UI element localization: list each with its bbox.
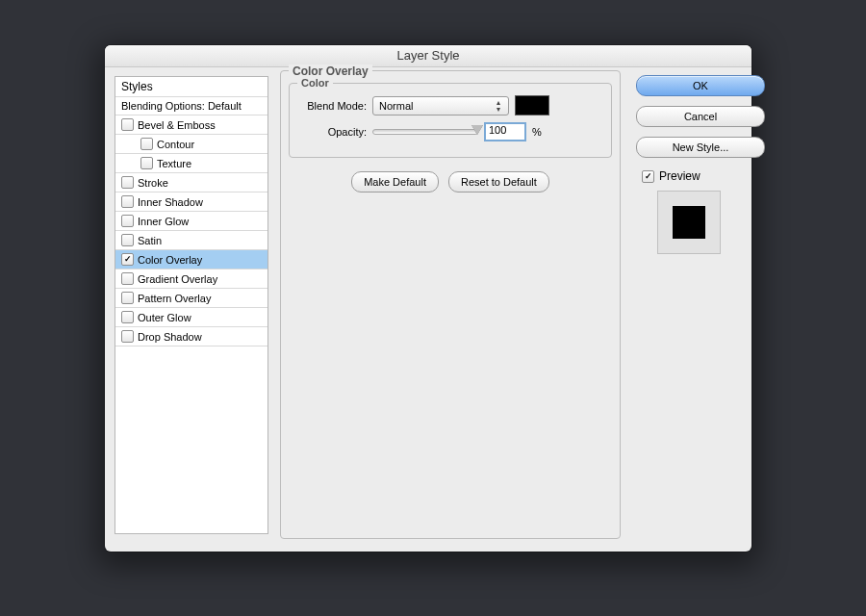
style-label: Color Overlay: [138, 254, 202, 266]
style-label: Bevel & Emboss: [138, 119, 216, 131]
options-panel-title: Color Overlay: [289, 64, 372, 78]
style-row-pattern-overlay[interactable]: Pattern Overlay: [115, 289, 267, 308]
reset-default-button[interactable]: Reset to Default: [448, 171, 549, 192]
overlay-color-swatch[interactable]: [515, 95, 549, 116]
style-row-texture[interactable]: Texture: [115, 154, 267, 173]
make-default-button[interactable]: Make Default: [351, 171, 439, 192]
style-checkbox[interactable]: [140, 157, 153, 169]
style-checkbox[interactable]: [121, 311, 134, 323]
blend-mode-select[interactable]: Normal ▴▾: [372, 96, 509, 116]
blend-mode-value: Normal: [379, 100, 413, 112]
layer-style-dialog: Layer Style Styles Blending Options: Def…: [105, 45, 751, 552]
styles-header[interactable]: Styles: [115, 77, 267, 97]
style-checkbox[interactable]: [140, 138, 153, 150]
style-label: Pattern Overlay: [138, 293, 211, 304]
opacity-unit: %: [532, 126, 542, 138]
opacity-label: Opacity:: [295, 126, 367, 138]
opacity-input[interactable]: 100: [484, 122, 526, 141]
style-row-drop-shadow[interactable]: Drop Shadow: [115, 327, 267, 346]
style-checkbox[interactable]: [121, 272, 134, 285]
style-checkbox[interactable]: [121, 292, 134, 304]
style-row-gradient-overlay[interactable]: Gradient Overlay: [115, 270, 267, 289]
style-row-satin[interactable]: Satin: [115, 231, 267, 250]
preview-thumbnail: [657, 191, 721, 254]
style-row-stroke[interactable]: Stroke: [115, 173, 267, 192]
style-checkbox[interactable]: [121, 234, 134, 246]
style-checkbox[interactable]: [121, 176, 134, 189]
style-label: Inner Shadow: [138, 196, 203, 208]
blending-options-row[interactable]: Blending Options: Default: [115, 97, 267, 116]
blend-mode-row: Blend Mode: Normal ▴▾: [295, 95, 549, 116]
cancel-button[interactable]: Cancel: [636, 106, 765, 127]
style-row-color-overlay[interactable]: Color Overlay: [115, 250, 267, 270]
style-checkbox[interactable]: [121, 118, 134, 131]
options-panel: Color Overlay Color Blend Mode: Normal ▴…: [280, 70, 621, 539]
style-label: Drop Shadow: [138, 331, 202, 343]
style-checkbox[interactable]: [121, 195, 134, 208]
preview-label: Preview: [659, 169, 700, 183]
style-row-outer-glow[interactable]: Outer Glow: [115, 308, 267, 327]
style-label: Inner Glow: [138, 216, 189, 227]
style-checkbox[interactable]: [121, 330, 134, 343]
styles-list-panel: Styles Blending Options: Default Bevel &…: [115, 76, 268, 534]
style-label: Satin: [138, 235, 162, 246]
style-row-inner-glow[interactable]: Inner Glow: [115, 212, 267, 231]
dialog-title: Layer Style: [105, 45, 751, 67]
color-group: Color Blend Mode: Normal ▴▾ Opacity: 100: [289, 83, 612, 158]
select-stepper-icon: ▴▾: [493, 99, 504, 113]
dialog-content: Styles Blending Options: Default Bevel &…: [115, 76, 742, 542]
style-row-bevel-emboss[interactable]: Bevel & Emboss: [115, 116, 267, 135]
style-checkbox[interactable]: [121, 253, 134, 266]
preview-toggle[interactable]: Preview: [642, 169, 742, 183]
new-style-button[interactable]: New Style...: [636, 137, 765, 158]
ok-button[interactable]: OK: [636, 75, 765, 96]
style-label: Contour: [157, 139, 194, 150]
style-row-inner-shadow[interactable]: Inner Shadow: [115, 192, 267, 212]
dialog-buttons: OK Cancel New Style... Preview: [636, 75, 742, 254]
style-label: Outer Glow: [138, 312, 191, 323]
preview-swatch: [673, 206, 705, 239]
style-label: Gradient Overlay: [138, 273, 217, 285]
opacity-row: Opacity: 100 %: [295, 122, 542, 141]
style-checkbox[interactable]: [121, 215, 134, 227]
defaults-row: Make Default Reset to Default: [281, 171, 620, 192]
blend-mode-label: Blend Mode:: [295, 100, 367, 112]
style-label: Texture: [157, 158, 191, 169]
style-row-contour[interactable]: Contour: [115, 135, 267, 154]
opacity-slider[interactable]: [372, 129, 478, 135]
preview-checkbox[interactable]: [642, 170, 654, 183]
opacity-slider-thumb[interactable]: [471, 125, 483, 135]
style-label: Stroke: [138, 177, 168, 189]
color-group-title: Color: [297, 77, 333, 89]
